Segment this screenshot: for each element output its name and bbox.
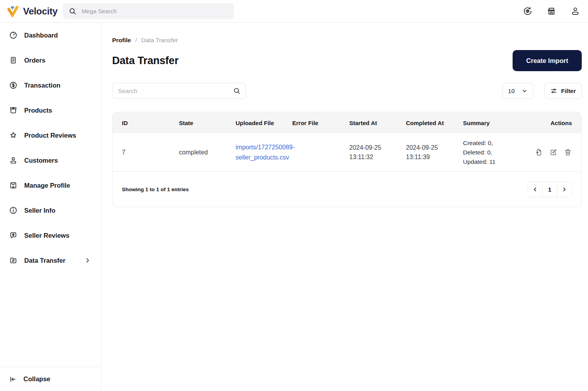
sidebar-item-label: Customers <box>24 157 58 164</box>
breadcrumb-profile[interactable]: Profile <box>112 37 131 44</box>
sidebar-item-dashboard[interactable]: Dashboard <box>0 23 101 48</box>
table-footer: Showing 1 to 1 of 1 entries 1 <box>113 172 581 207</box>
uploaded-file-link[interactable]: imports/1727250089-seller_products.csv <box>236 142 295 163</box>
title-row: Data Transfer Create Import <box>112 50 582 71</box>
sidebar-item-data-transfer[interactable]: Data Transfer <box>0 248 101 273</box>
star-icon <box>9 131 18 140</box>
brand-name: Velocity <box>23 6 57 17</box>
cell-uploaded-file: imports/1727250089-seller_products.csv <box>236 142 292 163</box>
gauge-icon <box>9 31 18 39</box>
delete-icon[interactable] <box>564 148 572 156</box>
chevron-right-icon <box>84 257 91 264</box>
sidebar-item-seller-reviews[interactable]: Seller Reviews <box>0 223 101 248</box>
table-search <box>112 83 246 99</box>
chat-star-icon <box>9 231 18 240</box>
sidebar: Dashboard Orders Transaction <box>0 23 101 391</box>
person-icon <box>9 156 18 165</box>
pagination: 1 <box>527 181 572 197</box>
dollar-circle-icon <box>9 81 18 90</box>
right-controls: 10 Filter <box>502 83 582 99</box>
breadcrumb: Profile / Data Transfer <box>112 37 582 44</box>
column-header-error-file: Error File <box>292 120 349 126</box>
table-header: ID State Uploaded File Error File Starte… <box>113 112 581 133</box>
sidebar-item-label: Product Reviews <box>24 132 76 139</box>
main-content: Profile / Data Transfer Data Transfer Cr… <box>102 23 588 391</box>
cell-started-at: 2024-09-25 13:11:32 <box>349 143 406 162</box>
create-import-button[interactable]: Create Import <box>513 50 582 71</box>
column-header-completed-at: Completed At <box>406 120 463 126</box>
sidebar-item-label: Data Transfer <box>24 257 65 264</box>
summary-line: Updated: 11 <box>463 157 525 167</box>
sidebar-item-transaction[interactable]: Transaction <box>0 73 101 98</box>
sidebar-collapse-button[interactable]: Collapse <box>0 367 101 391</box>
info-circle-icon <box>9 206 18 215</box>
table-search-input[interactable] <box>112 83 246 99</box>
cell-summary: Created: 0, Deleted: 0, Updated: 11 <box>463 138 530 167</box>
summary-line: Deleted: 0, <box>463 148 525 157</box>
sidebar-nav: Dashboard Orders Transaction <box>0 23 101 367</box>
sidebar-item-products[interactable]: Products <box>0 98 101 123</box>
sliders-icon <box>550 87 558 95</box>
column-header-id: ID <box>122 120 179 126</box>
sidebar-item-orders[interactable]: Orders <box>0 48 101 73</box>
data-transfer-table: ID State Uploaded File Error File Starte… <box>112 112 582 207</box>
next-page-button[interactable] <box>557 182 572 197</box>
transfer-folder-icon <box>9 256 18 265</box>
column-header-actions: Actions <box>530 120 572 126</box>
velocity-logo-icon <box>6 5 20 18</box>
sidebar-item-label: Transaction <box>24 82 61 89</box>
column-header-state: State <box>179 120 236 126</box>
cell-actions <box>530 148 572 156</box>
mega-search <box>63 3 234 19</box>
document-lines-icon <box>9 56 18 65</box>
sidebar-item-label: Seller Info <box>24 207 55 214</box>
profile-box-icon <box>9 181 18 190</box>
mega-search-input[interactable] <box>81 7 229 15</box>
sidebar-item-seller-info[interactable]: Seller Info <box>0 198 101 223</box>
page-size-select[interactable]: 10 <box>502 83 533 99</box>
page-size-value: 10 <box>508 88 515 95</box>
cell-completed-at: 2024-09-25 13:11:39 <box>406 143 463 162</box>
import-file-icon[interactable] <box>535 148 543 156</box>
topbar: Velocity <box>0 0 588 23</box>
collapse-label: Collapse <box>23 375 50 383</box>
cell-state: completed <box>179 148 236 157</box>
chevron-down-icon <box>521 88 528 94</box>
entries-summary: Showing 1 to 1 of 1 entries <box>122 187 189 192</box>
breadcrumb-current: Data Transfer <box>141 37 178 44</box>
chevron-right-icon <box>561 186 568 193</box>
page-title: Data Transfer <box>112 55 179 67</box>
table-controls: 10 Filter <box>112 83 582 99</box>
filter-button[interactable]: Filter <box>544 83 582 99</box>
package-box-icon <box>9 106 18 115</box>
sidebar-item-label: Seller Reviews <box>24 232 70 239</box>
column-header-started-at: Started At <box>349 120 406 126</box>
column-header-summary: Summary <box>463 120 530 126</box>
current-page[interactable]: 1 <box>542 182 557 197</box>
summary-line: Created: 0, <box>463 138 525 148</box>
sidebar-item-label: Dashboard <box>24 32 58 39</box>
filter-label: Filter <box>561 88 576 95</box>
sidebar-item-label: Manage Profile <box>24 182 70 189</box>
table-row: 7 completed imports/1727250089-seller_pr… <box>113 133 581 172</box>
search-icon <box>68 7 77 16</box>
sidebar-item-manage-profile[interactable]: Manage Profile <box>0 173 101 198</box>
chevron-left-icon <box>532 186 538 193</box>
sidebar-item-label: Products <box>24 107 52 114</box>
breadcrumb-separator: / <box>135 37 137 44</box>
cell-id: 7 <box>122 148 179 157</box>
account-icon[interactable] <box>570 6 580 16</box>
orders-return-icon[interactable] <box>523 6 533 16</box>
brand-logo[interactable]: Velocity <box>6 5 57 18</box>
sidebar-item-label: Orders <box>24 57 45 64</box>
sidebar-item-customers[interactable]: Customers <box>0 148 101 173</box>
previous-page-button[interactable] <box>528 182 542 197</box>
storefront-icon[interactable] <box>547 6 556 16</box>
sidebar-item-product-reviews[interactable]: Product Reviews <box>0 123 101 148</box>
edit-icon[interactable] <box>549 148 558 156</box>
column-header-uploaded-file: Uploaded File <box>236 120 292 126</box>
topbar-icons <box>523 6 580 16</box>
collapse-arrow-icon <box>9 375 17 383</box>
search-icon <box>233 87 241 95</box>
